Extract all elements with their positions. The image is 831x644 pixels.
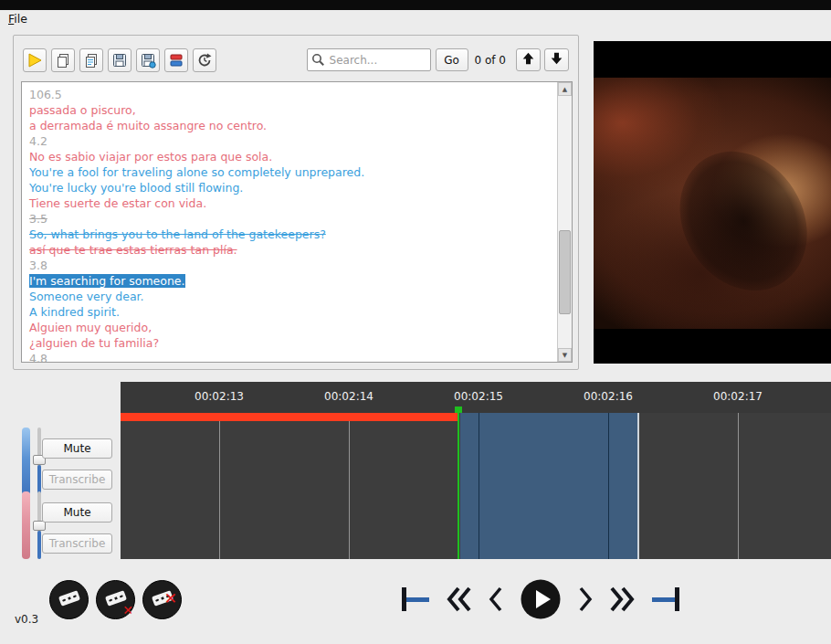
menubar: File [0, 10, 831, 27]
subtitle-line[interactable]: a derramada é muito assangre no centro. [29, 118, 564, 133]
subtitle-line-text: Alguien muy querido, [29, 321, 152, 334]
copy-icon [55, 52, 71, 69]
copy-plus-icon [83, 52, 100, 69]
track2-level-bar[interactable] [22, 491, 30, 559]
history-button[interactable] [193, 48, 216, 72]
save-icon [111, 52, 128, 69]
subtitle-line-text: passada o piscuro, [29, 103, 136, 117]
scrollbar-down-icon[interactable]: ▼ [558, 348, 572, 362]
track1-level-bar[interactable] [22, 428, 30, 495]
subtitle-line[interactable]: passada o piscuro, [29, 102, 564, 118]
subtitle-line[interactable]: Alguien muy querido, [29, 320, 564, 335]
fast-forward-button[interactable] [609, 586, 635, 616]
subtitle-line-text: Tiene suerte de estar con vida. [29, 196, 206, 210]
subtitle-line-text: I'm searching for someone. [29, 274, 185, 288]
rewind-button[interactable] [447, 586, 472, 616]
search-group: Go 0 of 0 [307, 48, 569, 71]
chevron-left-icon [488, 586, 504, 616]
transport-controls [376, 577, 705, 623]
timeline-timestamp: 00:02:14 [324, 390, 373, 403]
razor-remove-cut-button[interactable]: ✕ [96, 580, 135, 619]
scrollbar-up-icon[interactable]: ▲ [558, 82, 572, 96]
subtitle-line[interactable]: 106.5 [29, 87, 564, 102]
timeline-selected-segment[interactable] [460, 413, 638, 559]
playhead-marker[interactable] [455, 406, 462, 413]
scrollbar-thumb[interactable] [559, 230, 571, 314]
track2-transcribe-button[interactable]: Transcribe [42, 533, 112, 554]
subtitle-line[interactable]: Someone very dear. [29, 289, 564, 304]
subtitle-line[interactable]: Tiene suerte de estar con vida. [29, 195, 564, 211]
subtitle-line[interactable]: I'm searching for someone. [29, 273, 564, 289]
subtitle-line[interactable]: So, what brings you to the land of the g… [29, 227, 564, 242]
search-box [307, 48, 431, 71]
search-prev-button[interactable] [516, 48, 541, 71]
subtitle-line[interactable]: You're a fool for traveling alone so com… [29, 164, 564, 180]
subtitle-line[interactable]: 4.2 [29, 133, 564, 149]
timeline-gridline [479, 413, 479, 559]
subtitle-line[interactable]: A kindred spirit. [29, 304, 564, 320]
menu-file[interactable]: File [0, 11, 36, 26]
search-go-button[interactable]: Go [436, 48, 468, 71]
subtitle-line[interactable]: No es sabio viajar por estos para que so… [29, 149, 564, 164]
subtitle-line[interactable]: You're lucky you're blood still flowing. [29, 180, 564, 195]
subtitle-line-text: A kindred spirit. [29, 305, 120, 319]
subtitle-panel: Go 0 of 0 ▲ ▼ 106.5passada o piscuro,a d… [13, 35, 579, 370]
subtitle-scrollbar[interactable]: ▲ ▼ [557, 82, 572, 362]
subtitle-line-text: Someone very dear. [29, 290, 144, 303]
subtitle-line-text: You're lucky you're blood still flowing. [29, 181, 243, 195]
copy-special-button[interactable] [79, 48, 103, 72]
subtitle-line-text: You're a fool for traveling alone so com… [29, 165, 364, 179]
skip-to-start-button[interactable] [398, 586, 431, 616]
search-result-count: 0 of 0 [475, 54, 506, 67]
timeline-timestamp: 00:02:17 [713, 390, 763, 403]
skip-to-end-button[interactable] [650, 586, 683, 616]
subtitle-list[interactable]: ▲ ▼ 106.5passada o piscuro,a derramada é… [21, 81, 573, 363]
subtitle-line[interactable]: 3.8 [29, 258, 564, 273]
timeline-playhead[interactable] [458, 413, 459, 559]
track1-mute-button[interactable]: Mute [42, 438, 112, 459]
timeline-gridline [219, 413, 220, 559]
timeline-timestamp: 00:02:15 [454, 390, 503, 403]
subtitle-line[interactable]: así que te trae estas tierras tan plía. [29, 242, 564, 258]
previous-button[interactable] [488, 586, 504, 616]
search-next-button[interactable] [544, 48, 569, 71]
razor-cut-button[interactable] [49, 580, 89, 619]
merge-blocks-button[interactable] [164, 48, 188, 72]
play-icon [520, 578, 562, 623]
subtitle-line[interactable]: 3.5 [29, 211, 564, 227]
subtitle-line-text: 4.8 [29, 352, 47, 363]
subtitle-toolbar: Go 0 of 0 [23, 48, 569, 72]
subtitle-line-text: 3.5 [29, 212, 47, 226]
timeline-gridline [608, 413, 609, 559]
track1-transcribe-button[interactable]: Transcribe [42, 470, 112, 490]
track2-mute-button[interactable]: Mute [42, 502, 112, 523]
timeline-gridline [349, 413, 350, 559]
subtitle-line-text: a derramada é muito assangre no centro. [29, 119, 267, 132]
timeline-timestamp: 00:02:13 [195, 390, 244, 403]
merge-blocks-icon [168, 52, 184, 69]
app-window: File [0, 0, 831, 644]
razor-blade-icon [58, 586, 81, 614]
subtitle-line[interactable]: ¿alguien de tu familia? [29, 335, 564, 351]
video-frame-subject [654, 128, 831, 314]
timeline-tracks[interactable] [121, 413, 831, 559]
subtitle-line[interactable]: 4.8 [29, 351, 564, 363]
timeline-played-bar [121, 413, 458, 421]
next-button[interactable] [577, 586, 594, 616]
arrow-down-icon [550, 51, 563, 69]
play-pause-button[interactable] [520, 579, 562, 621]
timeline-ruler[interactable]: 00:02:1300:02:1400:02:1500:02:1600:02:17 [121, 382, 831, 413]
fast-forward-icon [609, 586, 635, 616]
subtitle-line-text: 3.8 [29, 259, 47, 272]
play-selection-button[interactable] [23, 48, 47, 72]
subtitle-line-text: 106.5 [29, 88, 62, 101]
save-all-button[interactable] [136, 48, 160, 72]
rewind-icon [447, 586, 472, 616]
search-input[interactable] [307, 48, 431, 71]
save-button[interactable] [108, 48, 131, 72]
razor-clear-cuts-button[interactable]: ✕ [142, 580, 182, 619]
subtitle-line-text: So, what brings you to the land of the g… [29, 227, 326, 241]
save-all-icon [140, 52, 156, 69]
timeline-segment-boundary [637, 413, 639, 559]
copy-button[interactable] [51, 48, 75, 72]
